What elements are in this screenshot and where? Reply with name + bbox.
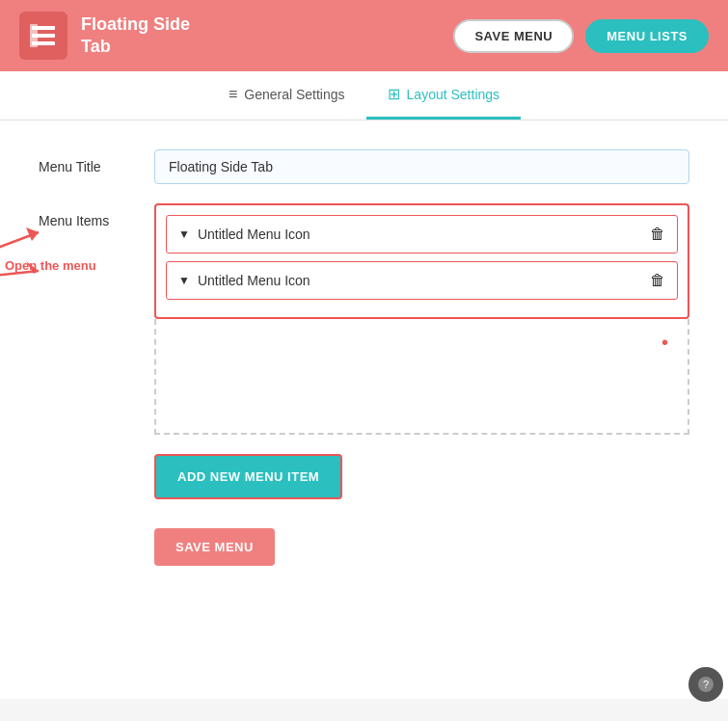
svg-rect-3 — [30, 24, 38, 47]
menu-item-left: ▼ Untitled Menu Icon — [178, 273, 310, 288]
save-menu-button[interactable]: SAVE MENU — [453, 19, 574, 53]
svg-text:?: ? — [703, 679, 709, 690]
menu-lists-button[interactable]: MENU LISTS — [585, 19, 709, 53]
add-new-menu-item-button[interactable]: ADD NEW MENU ITEM — [154, 454, 342, 499]
tab-general-settings[interactable]: ≡ General Settings — [207, 71, 366, 120]
open-menu-label: Open the menu — [5, 258, 96, 273]
header-buttons: SAVE MENU MENU LISTS — [453, 19, 709, 53]
header: Floating Side Tab SAVE MENU MENU LISTS — [0, 0, 728, 71]
empty-drop-area: • — [154, 319, 689, 435]
menu-items-wrapper: ▼ Untitled Menu Icon 🗑 ▼ Untitled Menu I… — [154, 203, 689, 435]
menu-items-label: Menu Items — [39, 203, 135, 228]
menu-item-label: Untitled Menu Icon — [198, 227, 310, 242]
menu-title-row: Menu Title — [39, 149, 689, 184]
menu-item-left: ▼ Untitled Menu Icon — [178, 227, 310, 242]
main-content: Menu Title Menu Items ▼ Untitled Menu Ic… — [0, 120, 728, 699]
svg-marker-5 — [26, 227, 39, 241]
general-settings-icon: ≡ — [229, 86, 237, 103]
tab-layout-settings-label: Layout Settings — [407, 87, 500, 102]
layout-settings-icon: ⊞ — [388, 85, 400, 103]
menu-title-field — [154, 149, 689, 184]
app-icon — [30, 22, 57, 49]
app-icon-box — [19, 12, 67, 60]
annotation-text: Open the menu — [5, 256, 116, 274]
expand-icon[interactable]: ▼ — [178, 227, 190, 241]
circle-icon: ? — [697, 676, 715, 693]
tab-layout-settings[interactable]: ⊞ Layout Settings — [366, 71, 522, 120]
menu-item-row: ▼ Untitled Menu Icon 🗑 — [166, 215, 678, 254]
menu-item-row: ▼ Untitled Menu Icon 🗑 — [166, 261, 678, 300]
menu-title-label: Menu Title — [39, 149, 135, 174]
menu-title-input[interactable] — [154, 149, 689, 184]
app-title: Floating Side Tab — [81, 13, 190, 59]
tab-general-settings-label: General Settings — [244, 87, 344, 102]
menu-items-outer-border: ▼ Untitled Menu Icon 🗑 ▼ Untitled Menu I… — [154, 203, 689, 319]
save-bottom-wrap: SAVE MENU — [154, 528, 689, 566]
header-left: Floating Side Tab — [19, 12, 190, 60]
delete-menu-item-button[interactable]: 🗑 — [650, 226, 665, 243]
expand-icon[interactable]: ▼ — [178, 274, 190, 287]
menu-item-label: Untitled Menu Icon — [198, 273, 310, 288]
delete-menu-item-button[interactable]: 🗑 — [650, 272, 665, 289]
save-menu-bottom-button[interactable]: SAVE MENU — [154, 528, 275, 566]
dot-indicator: • — [166, 329, 678, 356]
add-new-btn-wrap: ADD NEW MENU ITEM — [154, 454, 689, 499]
bottom-right-circle: ? — [688, 667, 723, 702]
menu-items-row: Menu Items ▼ Untitled Menu Icon 🗑 — [39, 203, 689, 435]
tabs-bar: ≡ General Settings ⊞ Layout Settings — [0, 71, 728, 120]
